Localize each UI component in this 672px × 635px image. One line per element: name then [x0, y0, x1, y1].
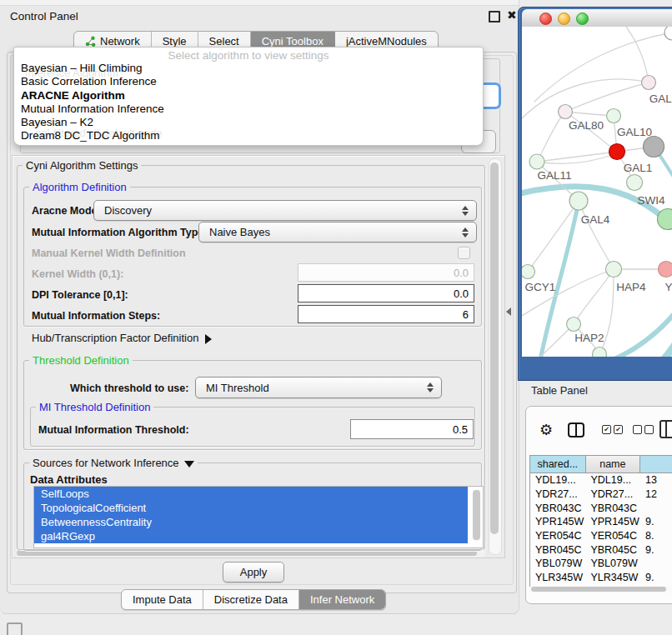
- network-node[interactable]: [609, 144, 625, 160]
- table-cell: YBR043C: [530, 502, 585, 514]
- tab-impute-data[interactable]: Impute Data: [122, 590, 203, 609]
- table-cell: 8.: [640, 530, 672, 542]
- network-node[interactable]: [642, 76, 656, 90]
- node-label: GAL8: [649, 92, 672, 105]
- tab-label: Discretize Data: [214, 593, 288, 606]
- network-node[interactable]: [606, 262, 622, 278]
- network-node[interactable]: [644, 137, 664, 158]
- table-cell: 9.: [640, 544, 672, 556]
- network-graph-icon: [85, 36, 96, 47]
- minimize-window-icon[interactable]: [558, 12, 570, 25]
- mi-algorithm-type-combobox[interactable]: Naive Bayes: [198, 222, 477, 242]
- attr-list-scrollbar[interactable]: [473, 489, 480, 542]
- network-node[interactable]: [607, 109, 621, 123]
- kernel-width-field[interactable]: 0.0: [298, 263, 474, 282]
- table-cell: YBR043C: [585, 502, 640, 514]
- scrollbar-thumb[interactable]: [531, 587, 666, 592]
- data-attribute-item[interactable]: TopologicalCoefficient: [34, 501, 468, 515]
- data-attribute-item[interactable]: BetweennessCentrality: [34, 515, 468, 529]
- network-node[interactable]: [664, 27, 672, 40]
- node-label: GAL80: [569, 119, 604, 132]
- table-row[interactable]: YPR145WYPR145W9.: [530, 515, 672, 529]
- settings-vertical-scrollbar[interactable]: [489, 158, 502, 555]
- attr-items: SelfLoopsTopologicalCoefficientBetweenne…: [34, 487, 483, 543]
- data-attribute-item[interactable]: SelfLoops: [34, 487, 468, 501]
- checked-box-icon: ✔: [602, 425, 611, 434]
- columns-icon[interactable]: [568, 422, 584, 438]
- network-view-window[interactable]: GAL8GAL80GAL10GAL1GAL11SWI4GAL4GCY1HAP4Y…: [518, 7, 672, 381]
- mi-steps-field[interactable]: 6: [298, 305, 474, 323]
- apply-button[interactable]: Apply: [223, 562, 284, 582]
- splitpane-collapse-icon[interactable]: [506, 308, 511, 316]
- group-title: Threshold Definition: [29, 354, 133, 367]
- scrollbar-thumb[interactable]: [490, 162, 499, 534]
- column-header[interactable]: name: [586, 456, 641, 473]
- network-node[interactable]: [559, 105, 573, 119]
- table-cell: 13: [640, 474, 672, 486]
- hub-definition-toggle[interactable]: Hub/Transcription Factor Definition: [32, 332, 212, 344]
- scrollbar-thumb[interactable]: [473, 490, 480, 540]
- data-attribute-item[interactable]: gal4RGexp: [34, 529, 468, 543]
- close-window-icon[interactable]: [539, 12, 552, 25]
- group-title: Algorithm Definition: [29, 181, 130, 193]
- network-node[interactable]: [567, 318, 581, 332]
- field-value: 0.0: [454, 288, 469, 300]
- tab-discretize-data[interactable]: Discretize Data: [203, 590, 299, 609]
- kernel-width-label: Kernel Width (0,1):: [32, 268, 123, 280]
- table-row[interactable]: YLR345WYLR345W9.: [530, 571, 672, 585]
- column-header[interactable]: shared...: [530, 456, 586, 473]
- table-row[interactable]: YDL19...YDL19...13: [530, 473, 672, 488]
- tab-label: Cyni Toolbox: [262, 35, 323, 48]
- table-cell: 9.: [640, 516, 672, 528]
- algorithm-option[interactable]: ARACNE Algorithm: [21, 89, 476, 102]
- table-row[interactable]: YBL079WYBL079W: [530, 557, 672, 571]
- algorithm-combo-placeholder: Select algorithm to view settings: [14, 49, 483, 62]
- zoom-window-icon[interactable]: [576, 12, 589, 25]
- network-node[interactable]: [659, 262, 672, 278]
- table-panel-title: Table Panel: [531, 384, 588, 397]
- network-node[interactable]: [593, 348, 607, 358]
- network-canvas[interactable]: GAL8GAL80GAL10GAL1GAL11SWI4GAL4GCY1HAP4Y…: [522, 27, 672, 357]
- table-cell: YBR045C: [585, 544, 640, 556]
- close-panel-icon[interactable]: ✖: [507, 8, 517, 22]
- table-cell: YER054C: [585, 530, 640, 542]
- aracne-mode-label: Aracne Mode:: [32, 205, 101, 217]
- table-row[interactable]: YBR045CYBR045C9.: [530, 542, 672, 557]
- minimized-panel-icon[interactable]: [7, 622, 23, 635]
- table-mode-icon[interactable]: [659, 420, 672, 438]
- mi-steps-label: Mutual Information Steps:: [32, 310, 160, 322]
- table-row[interactable]: YDR27...YDR27...12: [530, 488, 672, 502]
- deselect-all-icon[interactable]: [633, 425, 654, 434]
- table-body: YDL19...YDL19...13YDR27...YDR27...12YBR0…: [530, 473, 672, 587]
- node-label: Y: [664, 281, 672, 293]
- dpi-tolerance-field[interactable]: 0.0: [298, 284, 474, 302]
- which-threshold-combobox[interactable]: MI Threshold: [195, 377, 442, 398]
- manual-kernel-width-label: Manual Kernel Width Definition: [32, 248, 186, 259]
- scrollbar-thumb[interactable]: [17, 550, 477, 556]
- tab-infer-network[interactable]: Infer Network: [299, 590, 385, 609]
- network-node[interactable]: [569, 192, 588, 210]
- float-panel-icon[interactable]: [489, 11, 500, 22]
- data-attributes-label: Data Attributes: [30, 473, 108, 486]
- node-label: GAL10: [617, 126, 652, 138]
- network-node[interactable]: [627, 175, 643, 191]
- aracne-mode-combobox[interactable]: Discovery: [93, 200, 477, 221]
- algorithm-option[interactable]: Mutual Information Inference: [21, 102, 476, 116]
- sources-title: Sources for Network Inference: [33, 457, 179, 469]
- table-cell: YDR27...: [530, 488, 585, 500]
- expanded-arrow-icon[interactable]: [184, 461, 194, 468]
- group-title: Sources for Network Inference: [29, 457, 198, 469]
- table-row[interactable]: YER054CYER054C8.: [530, 529, 672, 543]
- network-window-titlebar[interactable]: [522, 9, 672, 28]
- tab-label: Style: [163, 35, 187, 48]
- select-all-icon[interactable]: ✔ ✔: [602, 425, 623, 434]
- gear-icon[interactable]: ⚙: [539, 421, 553, 439]
- network-node[interactable]: [522, 265, 535, 279]
- table-horizontal-scrollbar[interactable]: [529, 586, 672, 593]
- mi-threshold-field[interactable]: 0.5: [350, 419, 474, 439]
- manual-kernel-width-checkbox[interactable]: [458, 247, 470, 259]
- table-cell: 12: [640, 488, 672, 500]
- network-node[interactable]: [529, 154, 544, 169]
- table-row[interactable]: YBR043CYBR043C: [530, 501, 672, 515]
- column-header[interactable]: [640, 456, 672, 473]
